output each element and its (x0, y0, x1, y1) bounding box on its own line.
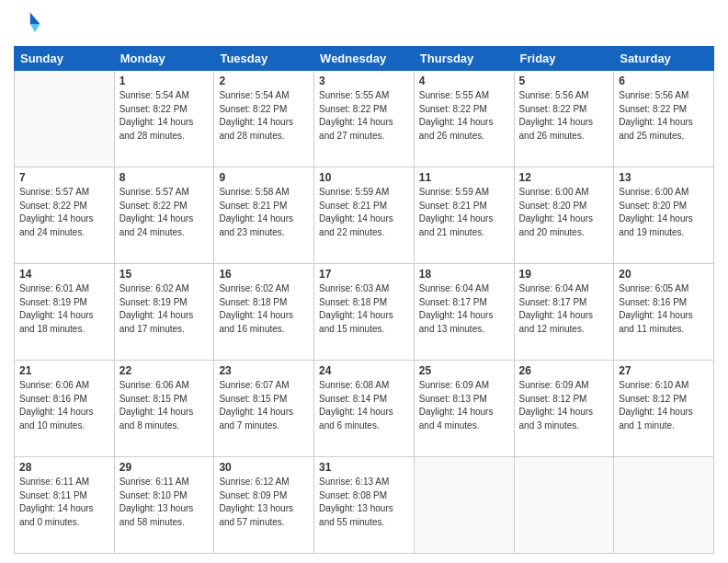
weekday-header-sunday: Sunday (15, 47, 115, 71)
day-cell: 16Sunrise: 6:02 AM Sunset: 8:18 PM Dayli… (214, 264, 314, 361)
day-cell: 24Sunrise: 6:08 AM Sunset: 8:14 PM Dayli… (314, 361, 415, 457)
day-cell: 6Sunrise: 5:56 AM Sunset: 8:22 PM Daylig… (614, 71, 714, 167)
day-number: 3 (319, 75, 409, 87)
day-cell: 26Sunrise: 6:09 AM Sunset: 8:12 PM Dayli… (514, 361, 614, 457)
day-number: 5 (519, 75, 609, 87)
weekday-header-friday: Friday (514, 47, 614, 71)
day-cell: 7Sunrise: 5:57 AM Sunset: 8:22 PM Daylig… (15, 167, 115, 264)
day-number: 1 (119, 75, 210, 87)
day-number: 8 (119, 171, 210, 184)
day-number: 20 (619, 268, 709, 281)
day-cell: 2Sunrise: 5:54 AM Sunset: 8:22 PM Daylig… (214, 71, 314, 167)
day-cell (514, 457, 614, 554)
day-cell (614, 457, 714, 554)
day-number: 9 (219, 171, 309, 184)
day-number: 26 (519, 364, 609, 377)
day-info: Sunrise: 5:59 AM Sunset: 8:21 PM Dayligh… (419, 186, 509, 239)
day-info: Sunrise: 5:54 AM Sunset: 8:22 PM Dayligh… (219, 89, 309, 143)
day-info: Sunrise: 5:57 AM Sunset: 8:22 PM Dayligh… (19, 186, 109, 239)
day-cell: 13Sunrise: 6:00 AM Sunset: 8:20 PM Dayli… (614, 167, 714, 264)
day-cell: 17Sunrise: 6:03 AM Sunset: 8:18 PM Dayli… (314, 264, 415, 361)
day-info: Sunrise: 5:55 AM Sunset: 8:22 PM Dayligh… (319, 89, 409, 143)
day-info: Sunrise: 6:01 AM Sunset: 8:19 PM Dayligh… (19, 282, 109, 336)
day-info: Sunrise: 6:03 AM Sunset: 8:18 PM Dayligh… (319, 282, 409, 336)
day-info: Sunrise: 5:59 AM Sunset: 8:21 PM Dayligh… (319, 186, 409, 239)
day-number: 17 (319, 268, 409, 281)
day-cell: 5Sunrise: 5:56 AM Sunset: 8:22 PM Daylig… (514, 71, 614, 167)
day-info: Sunrise: 6:08 AM Sunset: 8:14 PM Dayligh… (319, 379, 409, 432)
day-number: 29 (119, 461, 210, 474)
day-info: Sunrise: 5:56 AM Sunset: 8:22 PM Dayligh… (519, 89, 609, 143)
day-number: 30 (219, 461, 309, 474)
day-number: 23 (219, 364, 309, 377)
day-cell: 22Sunrise: 6:06 AM Sunset: 8:15 PM Dayli… (114, 361, 214, 457)
calendar-table: SundayMondayTuesdayWednesdayThursdayFrid… (14, 46, 714, 554)
weekday-header-row: SundayMondayTuesdayWednesdayThursdayFrid… (15, 47, 714, 71)
day-number: 22 (119, 364, 210, 377)
day-number: 24 (319, 364, 409, 377)
weekday-header-wednesday: Wednesday (314, 47, 415, 71)
day-number: 13 (619, 171, 709, 184)
day-info: Sunrise: 6:06 AM Sunset: 8:16 PM Dayligh… (19, 379, 109, 432)
day-cell: 29Sunrise: 6:11 AM Sunset: 8:10 PM Dayli… (114, 457, 214, 554)
day-info: Sunrise: 6:05 AM Sunset: 8:16 PM Dayligh… (619, 282, 709, 336)
day-number: 19 (519, 268, 609, 281)
day-info: Sunrise: 6:02 AM Sunset: 8:19 PM Dayligh… (119, 282, 210, 336)
day-info: Sunrise: 6:11 AM Sunset: 8:10 PM Dayligh… (119, 476, 210, 529)
day-number: 12 (519, 171, 609, 184)
day-info: Sunrise: 6:04 AM Sunset: 8:17 PM Dayligh… (419, 282, 509, 336)
day-number: 4 (419, 75, 509, 87)
day-cell: 11Sunrise: 5:59 AM Sunset: 8:21 PM Dayli… (414, 167, 514, 264)
day-cell: 1Sunrise: 5:54 AM Sunset: 8:22 PM Daylig… (114, 71, 214, 167)
day-number: 14 (19, 268, 109, 281)
day-cell: 25Sunrise: 6:09 AM Sunset: 8:13 PM Dayli… (414, 361, 514, 457)
day-info: Sunrise: 6:07 AM Sunset: 8:15 PM Dayligh… (219, 379, 309, 432)
week-row-2: 14Sunrise: 6:01 AM Sunset: 8:19 PM Dayli… (15, 264, 714, 361)
day-cell: 8Sunrise: 5:57 AM Sunset: 8:22 PM Daylig… (114, 167, 214, 264)
day-number: 25 (419, 364, 509, 377)
weekday-header-saturday: Saturday (614, 47, 714, 71)
day-number: 27 (619, 364, 709, 377)
week-row-4: 28Sunrise: 6:11 AM Sunset: 8:11 PM Dayli… (15, 457, 714, 554)
day-number: 2 (219, 75, 309, 87)
weekday-header-thursday: Thursday (414, 47, 514, 71)
day-info: Sunrise: 6:11 AM Sunset: 8:11 PM Dayligh… (19, 476, 109, 529)
day-number: 16 (219, 268, 309, 281)
day-info: Sunrise: 5:58 AM Sunset: 8:21 PM Dayligh… (219, 186, 309, 239)
day-cell: 19Sunrise: 6:04 AM Sunset: 8:17 PM Dayli… (514, 264, 614, 361)
day-info: Sunrise: 6:13 AM Sunset: 8:08 PM Dayligh… (319, 476, 409, 529)
day-number: 7 (19, 171, 109, 184)
week-row-0: 1Sunrise: 5:54 AM Sunset: 8:22 PM Daylig… (15, 71, 714, 167)
day-number: 6 (619, 75, 709, 87)
day-info: Sunrise: 5:56 AM Sunset: 8:22 PM Dayligh… (619, 89, 709, 143)
day-info: Sunrise: 6:09 AM Sunset: 8:13 PM Dayligh… (419, 379, 509, 432)
week-row-1: 7Sunrise: 5:57 AM Sunset: 8:22 PM Daylig… (15, 167, 714, 264)
day-info: Sunrise: 6:04 AM Sunset: 8:17 PM Dayligh… (519, 282, 609, 336)
svg-marker-1 (30, 24, 40, 32)
day-info: Sunrise: 5:54 AM Sunset: 8:22 PM Dayligh… (119, 89, 210, 143)
day-cell: 31Sunrise: 6:13 AM Sunset: 8:08 PM Dayli… (314, 457, 415, 554)
day-info: Sunrise: 5:57 AM Sunset: 8:22 PM Dayligh… (119, 186, 210, 239)
day-cell: 21Sunrise: 6:06 AM Sunset: 8:16 PM Dayli… (15, 361, 115, 457)
day-info: Sunrise: 6:06 AM Sunset: 8:15 PM Dayligh… (119, 379, 210, 432)
day-number: 10 (319, 171, 409, 184)
day-cell: 28Sunrise: 6:11 AM Sunset: 8:11 PM Dayli… (15, 457, 115, 554)
day-number: 15 (119, 268, 210, 281)
day-cell (15, 71, 115, 167)
day-info: Sunrise: 6:09 AM Sunset: 8:12 PM Dayligh… (519, 379, 609, 432)
week-row-3: 21Sunrise: 6:06 AM Sunset: 8:16 PM Dayli… (15, 361, 714, 457)
day-info: Sunrise: 6:00 AM Sunset: 8:20 PM Dayligh… (519, 186, 609, 239)
day-number: 18 (419, 268, 509, 281)
day-info: Sunrise: 6:10 AM Sunset: 8:12 PM Dayligh… (619, 379, 709, 432)
day-cell: 30Sunrise: 6:12 AM Sunset: 8:09 PM Dayli… (214, 457, 314, 554)
day-info: Sunrise: 5:55 AM Sunset: 8:22 PM Dayligh… (419, 89, 509, 143)
weekday-header-monday: Monday (114, 47, 214, 71)
day-cell (414, 457, 514, 554)
logo-icon (14, 9, 43, 39)
day-cell: 3Sunrise: 5:55 AM Sunset: 8:22 PM Daylig… (314, 71, 415, 167)
logo (14, 9, 47, 39)
day-cell: 10Sunrise: 5:59 AM Sunset: 8:21 PM Dayli… (314, 167, 415, 264)
day-info: Sunrise: 6:02 AM Sunset: 8:18 PM Dayligh… (219, 282, 309, 336)
day-cell: 27Sunrise: 6:10 AM Sunset: 8:12 PM Dayli… (614, 361, 714, 457)
header (14, 9, 714, 39)
